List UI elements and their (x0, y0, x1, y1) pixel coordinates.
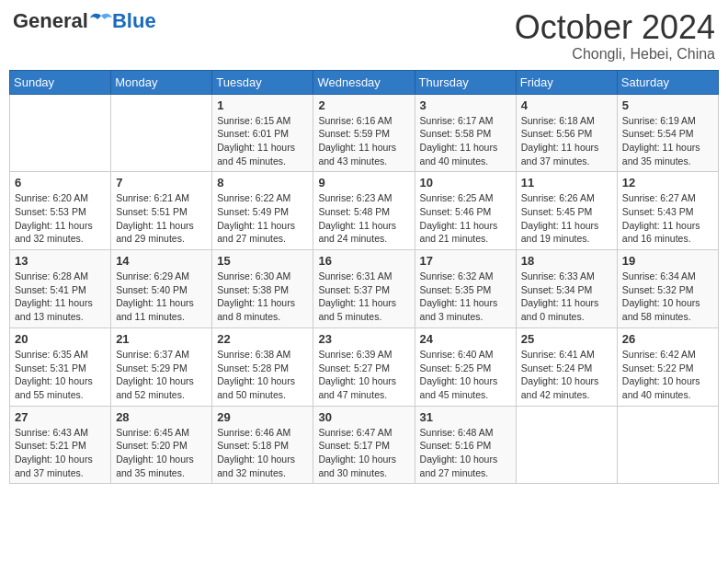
day-number: 4 (521, 98, 612, 112)
day-info: Sunrise: 6:40 AMSunset: 5:25 PMDaylight:… (420, 348, 511, 402)
day-info: Sunrise: 6:26 AMSunset: 5:45 PMDaylight:… (521, 191, 612, 246)
day-info: Sunrise: 6:42 AMSunset: 5:22 PMDaylight:… (622, 348, 713, 402)
calendar-cell: 3Sunrise: 6:17 AMSunset: 5:58 PMDaylight… (415, 94, 516, 172)
day-number: 2 (318, 98, 409, 112)
day-info: Sunrise: 6:22 AMSunset: 5:49 PMDaylight:… (217, 191, 308, 246)
calendar-cell: 30Sunrise: 6:47 AMSunset: 5:17 PMDayligh… (313, 406, 415, 484)
day-header-tuesday: Tuesday (212, 70, 313, 94)
calendar-cell: 4Sunrise: 6:18 AMSunset: 5:56 PMDaylight… (516, 94, 617, 172)
calendar-table: SundayMondayTuesdayWednesdayThursdayFrid… (9, 70, 719, 485)
day-header-saturday: Saturday (617, 70, 718, 94)
calendar-cell: 29Sunrise: 6:46 AMSunset: 5:18 PMDayligh… (212, 406, 313, 484)
calendar-cell: 19Sunrise: 6:34 AMSunset: 5:32 PMDayligh… (617, 250, 718, 328)
calendar-cell: 23Sunrise: 6:39 AMSunset: 5:27 PMDayligh… (313, 327, 415, 406)
calendar-cell: 8Sunrise: 6:22 AMSunset: 5:49 PMDaylight… (212, 172, 313, 250)
calendar-cell: 21Sunrise: 6:37 AMSunset: 5:29 PMDayligh… (111, 327, 212, 406)
day-info: Sunrise: 6:28 AMSunset: 5:41 PMDaylight:… (15, 270, 106, 324)
month-year: October 2024 (515, 9, 715, 46)
day-info: Sunrise: 6:38 AMSunset: 5:28 PMDaylight:… (217, 348, 308, 402)
day-info: Sunrise: 6:27 AMSunset: 5:43 PMDaylight:… (622, 191, 713, 246)
day-info: Sunrise: 6:34 AMSunset: 5:32 PMDaylight:… (622, 270, 713, 324)
day-info: Sunrise: 6:31 AMSunset: 5:37 PMDaylight:… (318, 270, 409, 324)
day-number: 26 (622, 332, 713, 346)
day-info: Sunrise: 6:29 AMSunset: 5:40 PMDaylight:… (116, 270, 207, 324)
day-number: 25 (521, 332, 612, 346)
bird-icon (90, 12, 112, 30)
calendar-cell: 22Sunrise: 6:38 AMSunset: 5:28 PMDayligh… (212, 327, 313, 406)
day-number: 29 (217, 410, 308, 424)
week-row-2: 6Sunrise: 6:20 AMSunset: 5:53 PMDaylight… (10, 172, 719, 250)
calendar-cell: 12Sunrise: 6:27 AMSunset: 5:43 PMDayligh… (617, 172, 718, 250)
day-info: Sunrise: 6:32 AMSunset: 5:35 PMDaylight:… (420, 270, 511, 324)
day-number: 12 (622, 176, 713, 190)
day-header-wednesday: Wednesday (313, 70, 415, 94)
week-row-3: 13Sunrise: 6:28 AMSunset: 5:41 PMDayligh… (10, 250, 719, 328)
calendar-cell: 17Sunrise: 6:32 AMSunset: 5:35 PMDayligh… (415, 250, 516, 328)
day-header-friday: Friday (516, 70, 617, 94)
calendar-cell: 10Sunrise: 6:25 AMSunset: 5:46 PMDayligh… (415, 172, 516, 250)
day-info: Sunrise: 6:23 AMSunset: 5:48 PMDaylight:… (318, 191, 409, 246)
day-number: 11 (521, 176, 612, 190)
day-number: 5 (622, 98, 713, 112)
logo-general: General (13, 9, 88, 33)
day-number: 13 (15, 254, 106, 268)
week-row-1: 1Sunrise: 6:15 AMSunset: 6:01 PMDaylight… (10, 94, 719, 172)
week-row-5: 27Sunrise: 6:43 AMSunset: 5:21 PMDayligh… (10, 406, 719, 484)
day-number: 19 (622, 254, 713, 268)
calendar-cell: 5Sunrise: 6:19 AMSunset: 5:54 PMDaylight… (617, 94, 718, 172)
day-header-thursday: Thursday (415, 70, 516, 94)
calendar-cell: 26Sunrise: 6:42 AMSunset: 5:22 PMDayligh… (617, 327, 718, 406)
day-number: 20 (15, 332, 106, 346)
day-info: Sunrise: 6:17 AMSunset: 5:58 PMDaylight:… (420, 114, 511, 168)
calendar-cell: 16Sunrise: 6:31 AMSunset: 5:37 PMDayligh… (313, 250, 415, 328)
day-info: Sunrise: 6:21 AMSunset: 5:51 PMDaylight:… (116, 191, 207, 246)
day-info: Sunrise: 6:41 AMSunset: 5:24 PMDaylight:… (521, 348, 612, 402)
day-info: Sunrise: 6:43 AMSunset: 5:21 PMDaylight:… (15, 426, 106, 480)
day-number: 30 (318, 410, 409, 424)
calendar-cell (516, 406, 617, 484)
calendar-cell: 28Sunrise: 6:45 AMSunset: 5:20 PMDayligh… (111, 406, 212, 484)
day-info: Sunrise: 6:45 AMSunset: 5:20 PMDaylight:… (116, 426, 207, 480)
day-header-sunday: Sunday (10, 70, 111, 94)
calendar-cell: 25Sunrise: 6:41 AMSunset: 5:24 PMDayligh… (516, 327, 617, 406)
calendar-cell: 7Sunrise: 6:21 AMSunset: 5:51 PMDaylight… (111, 172, 212, 250)
day-info: Sunrise: 6:30 AMSunset: 5:38 PMDaylight:… (217, 270, 308, 324)
calendar-cell: 9Sunrise: 6:23 AMSunset: 5:48 PMDaylight… (313, 172, 415, 250)
calendar-cell (111, 94, 212, 172)
logo: General Blue (13, 9, 156, 33)
day-number: 28 (116, 410, 207, 424)
day-info: Sunrise: 6:39 AMSunset: 5:27 PMDaylight:… (318, 348, 409, 402)
day-number: 21 (116, 332, 207, 346)
calendar-cell: 15Sunrise: 6:30 AMSunset: 5:38 PMDayligh… (212, 250, 313, 328)
calendar-cell (10, 94, 111, 172)
calendar-body: 1Sunrise: 6:15 AMSunset: 6:01 PMDaylight… (10, 94, 719, 484)
calendar-cell: 18Sunrise: 6:33 AMSunset: 5:34 PMDayligh… (516, 250, 617, 328)
calendar-cell: 6Sunrise: 6:20 AMSunset: 5:53 PMDaylight… (10, 172, 111, 250)
calendar-cell (617, 406, 718, 484)
calendar-cell: 31Sunrise: 6:48 AMSunset: 5:16 PMDayligh… (415, 406, 516, 484)
day-number: 14 (116, 254, 207, 268)
day-info: Sunrise: 6:15 AMSunset: 6:01 PMDaylight:… (217, 114, 308, 168)
calendar-header: SundayMondayTuesdayWednesdayThursdayFrid… (10, 70, 719, 94)
day-number: 17 (420, 254, 511, 268)
day-info: Sunrise: 6:37 AMSunset: 5:29 PMDaylight:… (116, 348, 207, 402)
day-number: 23 (318, 332, 409, 346)
day-number: 27 (15, 410, 106, 424)
calendar-cell: 1Sunrise: 6:15 AMSunset: 6:01 PMDaylight… (212, 94, 313, 172)
day-number: 6 (15, 176, 106, 190)
day-info: Sunrise: 6:48 AMSunset: 5:16 PMDaylight:… (420, 426, 511, 480)
day-header-monday: Monday (111, 70, 212, 94)
day-info: Sunrise: 6:20 AMSunset: 5:53 PMDaylight:… (15, 191, 106, 246)
calendar-cell: 2Sunrise: 6:16 AMSunset: 5:59 PMDaylight… (313, 94, 415, 172)
day-number: 31 (420, 410, 511, 424)
day-number: 16 (318, 254, 409, 268)
location: Chongli, Hebei, China (515, 46, 715, 63)
calendar-cell: 11Sunrise: 6:26 AMSunset: 5:45 PMDayligh… (516, 172, 617, 250)
week-row-4: 20Sunrise: 6:35 AMSunset: 5:31 PMDayligh… (10, 327, 719, 406)
logo-blue: Blue (112, 9, 156, 33)
day-number: 15 (217, 254, 308, 268)
page-header: General Blue October 2024 Chongli, Hebei… (9, 9, 719, 63)
day-number: 22 (217, 332, 308, 346)
calendar-cell: 24Sunrise: 6:40 AMSunset: 5:25 PMDayligh… (415, 327, 516, 406)
day-number: 18 (521, 254, 612, 268)
